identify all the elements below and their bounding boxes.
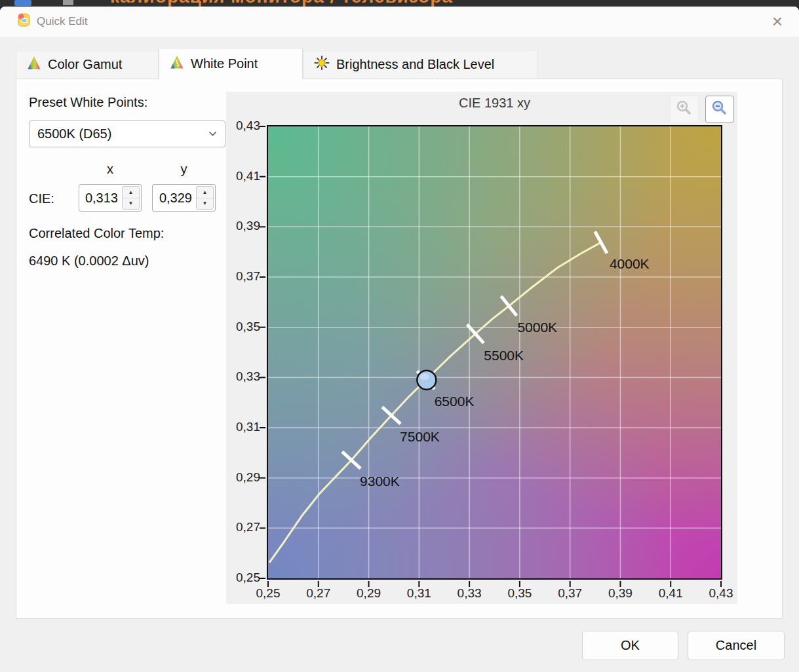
x-tick-label: 0,27 <box>296 586 341 601</box>
quick-edit-dialog: Quick Edit × Color Gamut <box>0 7 799 672</box>
cie-y-input[interactable] <box>153 185 195 211</box>
tab-color-gamut[interactable]: Color Gamut <box>16 50 159 79</box>
x-tick-label: 0,35 <box>497 586 542 601</box>
chevron-down-icon <box>208 131 225 137</box>
y-tick-label: 0,27 <box>226 520 260 534</box>
gamut-triangle-white-points-icon <box>170 55 184 73</box>
zoom-out-button[interactable] <box>705 96 734 123</box>
x-tick-label: 0,33 <box>447 586 492 601</box>
correlated-color-temp-value: 6490 K (0.0002 Δuv) <box>29 253 149 269</box>
plot-svg: 4000K5000K5500K6500K7500K9300K <box>268 126 721 578</box>
x-tick-label: 0,31 <box>397 586 441 601</box>
x-tick-label: 0,25 <box>246 586 290 601</box>
temp-label-5500K: 5500K <box>484 348 524 363</box>
temp-label-7500K: 7500K <box>400 429 440 444</box>
quick-edit-app-icon <box>16 12 31 31</box>
preset-white-points-dropdown[interactable]: 6500K (D65) <box>29 121 225 147</box>
x-tick-label: 0,41 <box>648 586 693 601</box>
y-tick-label: 0,25 <box>226 570 260 585</box>
zoom-in-button[interactable] <box>670 96 699 123</box>
y-tick-label: 0,31 <box>226 420 260 434</box>
y-tick-label: 0,37 <box>226 269 260 284</box>
background-window-fragment <box>63 0 73 5</box>
close-icon[interactable]: × <box>765 9 790 34</box>
spin-down-icon[interactable]: ▼ <box>123 198 139 210</box>
cancel-button[interactable]: Cancel <box>688 631 785 660</box>
cie-x-input[interactable] <box>79 185 121 211</box>
spin-down-icon[interactable]: ▼ <box>197 198 213 210</box>
temp-tick-4000K <box>595 231 607 253</box>
spin-up-icon[interactable]: ▲ <box>123 187 139 198</box>
chart-title: CIE 1931 xy <box>267 96 722 111</box>
magnifier-plus-icon <box>675 99 693 120</box>
tab-label: Color Gamut <box>48 57 122 72</box>
x-tick-label: 0,39 <box>598 586 642 601</box>
cie-y-spinner: ▲ ▼ <box>196 186 214 210</box>
x-tick-label: 0,43 <box>699 586 743 601</box>
ok-button[interactable]: OK <box>582 631 678 660</box>
y-tick-label: 0,39 <box>226 219 260 233</box>
preset-white-points-label: Preset White Points: <box>29 95 147 110</box>
preset-selected-value: 6500K (D65) <box>29 126 208 141</box>
y-tick-label: 0,29 <box>226 470 260 485</box>
background-window-strip: калибрация монитора / телевизора <box>0 0 799 7</box>
correlated-color-temp-label: Correlated Color Temp: <box>29 226 164 241</box>
temp-label-5000K: 5000K <box>517 320 557 335</box>
white-point-marker-highlight <box>420 373 429 380</box>
background-window-title: калибрация монитора / телевизора <box>110 0 453 7</box>
sun-icon <box>314 55 330 74</box>
cie-x-spinfield: ▲ ▼ <box>79 184 142 212</box>
y-tick-label: 0,35 <box>226 320 260 334</box>
tab-white-point[interactable]: White Point <box>159 48 303 79</box>
temp-tick-5000K <box>501 296 517 316</box>
screen: калибрация монитора / телевизора Quick E… <box>0 0 799 672</box>
tab-label: White Point <box>191 56 258 71</box>
tab-label: Brightness and Black Level <box>336 57 494 72</box>
gamut-triangle-icon <box>27 56 41 73</box>
spin-up-icon[interactable]: ▲ <box>197 187 213 198</box>
x-tick-label: 0,37 <box>548 586 593 601</box>
temp-label-4000K: 4000K <box>610 256 650 271</box>
y-tick-label: 0,33 <box>226 369 260 384</box>
titlebar: Quick Edit × <box>0 7 799 37</box>
y-tick-label: 0,43 <box>226 119 260 133</box>
window-title: Quick Edit <box>37 7 87 37</box>
cie-x-spinner: ▲ ▼ <box>122 186 140 210</box>
temp-label-6500K: 6500K <box>435 394 475 409</box>
temp-label-9300K: 9300K <box>360 474 400 489</box>
cie-label: CIE: <box>29 191 54 206</box>
tab-brightness-black-level[interactable]: Brightness and Black Level <box>303 50 538 79</box>
background-window-fragment <box>14 0 31 6</box>
white-point-marker[interactable] <box>417 371 436 390</box>
column-header-y: y <box>152 162 216 177</box>
magnifier-minus-icon <box>711 99 729 120</box>
plot-area[interactable]: 4000K5000K5500K6500K7500K9300K <box>267 125 722 580</box>
y-tick-label: 0,41 <box>226 169 260 183</box>
cie-chart-block: CIE 1931 xy <box>226 92 737 604</box>
x-tick-label: 0,29 <box>347 586 391 601</box>
column-header-x: x <box>79 162 142 177</box>
cie-y-spinfield: ▲ ▼ <box>152 184 216 212</box>
